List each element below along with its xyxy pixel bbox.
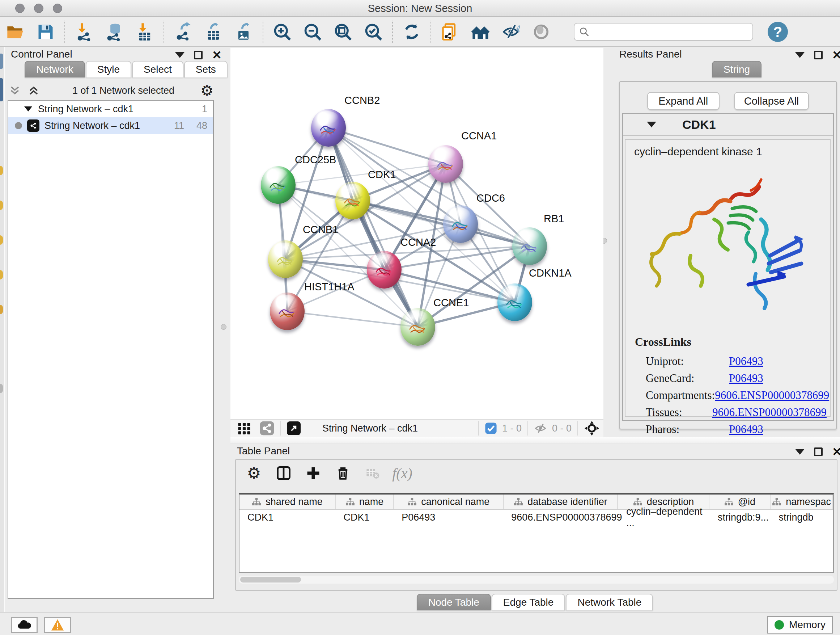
network-node-cdc6[interactable] <box>443 205 478 243</box>
birdseye-grid-icon[interactable] <box>237 421 251 435</box>
pan-crosshair-icon[interactable] <box>584 420 600 436</box>
export-image-button[interactable] <box>233 21 254 42</box>
crosslink-link[interactable]: P06493 <box>729 355 763 368</box>
tab-string[interactable]: String <box>712 61 761 78</box>
network-node-cdkn1a[interactable] <box>497 283 532 321</box>
column-header-database-identifier[interactable]: database identifier <box>504 494 618 509</box>
tree-expand-icon[interactable] <box>24 106 32 111</box>
network-node-ccnb1[interactable] <box>268 241 303 278</box>
tab-edge-table[interactable]: Edge Table <box>492 594 565 610</box>
table-gear-icon[interactable]: ⚙ <box>246 465 262 481</box>
string-home-button[interactable] <box>470 21 491 42</box>
network-canvas[interactable]: CCNB2CCNA1CDC25BCDK1CDC6RB1CCNB1CCNA2CDK… <box>231 48 603 419</box>
column-header-namespac[interactable]: namespac <box>771 494 833 509</box>
table-horizontal-scrollbar[interactable] <box>239 576 834 584</box>
network-node-cdc25b[interactable] <box>261 166 295 204</box>
float-panel-icon[interactable] <box>194 51 202 59</box>
section-collapse-icon[interactable] <box>647 122 656 127</box>
tab-select[interactable]: Select <box>132 61 183 78</box>
import-network-from-database-button[interactable] <box>104 21 125 42</box>
close-panel-icon[interactable]: ✕ <box>832 448 840 456</box>
export-table-button[interactable] <box>203 21 224 42</box>
network-row[interactable]: String Network – cdk1 11 48 <box>8 117 213 134</box>
crosslink-link[interactable]: P06493 <box>729 423 763 436</box>
column-header-shared-name[interactable]: shared name <box>240 494 336 509</box>
zoom-out-button[interactable] <box>302 21 323 42</box>
tab-node-table[interactable]: Node Table <box>417 594 491 610</box>
import-network-button[interactable] <box>73 21 95 42</box>
table-panel-body: ⚙ f(x) shared namenamecanonical namedata… <box>235 459 837 591</box>
column-header-canonical-name[interactable]: canonical name <box>394 494 504 509</box>
network-view-title: String Network – cdk1 <box>322 423 418 434</box>
float-panel-icon[interactable] <box>814 51 823 59</box>
crosslink-link[interactable]: 9606.ENSP00000378699 <box>712 406 827 419</box>
add-column-icon[interactable] <box>305 465 321 481</box>
show-columns-icon[interactable] <box>276 465 292 481</box>
expand-all-button[interactable]: Expand All <box>647 92 720 110</box>
network-node-cdk1[interactable] <box>335 182 370 219</box>
gear-icon[interactable]: ⚙ <box>201 83 213 98</box>
tab-style[interactable]: Style <box>86 61 131 78</box>
memory-button[interactable]: Memory <box>767 616 833 633</box>
column-header--id[interactable]: @id <box>709 494 771 509</box>
crosslink-link[interactable]: P06493 <box>729 372 763 385</box>
open-in-browser-badge[interactable] <box>287 421 301 435</box>
close-panel-icon[interactable]: ✕ <box>212 51 222 59</box>
network-node-ccna2[interactable] <box>367 251 401 288</box>
export-network-button[interactable] <box>172 21 194 42</box>
tab-network-table[interactable]: Network Table <box>566 594 653 610</box>
network-collection-row[interactable]: String Network – cdk1 1 <box>8 101 213 117</box>
table-row[interactable]: CDK1CDK1P064939606.ENSP00000378699cyclin… <box>240 510 833 525</box>
panel-menu-icon[interactable] <box>175 52 185 58</box>
expand-all-icon[interactable] <box>27 84 40 97</box>
scrollbar-thumb[interactable] <box>240 577 301 583</box>
network-node-ccna1[interactable] <box>428 145 463 183</box>
network-node-hist1h1a[interactable] <box>270 293 305 330</box>
network-node-ccnb2[interactable] <box>311 109 346 147</box>
node-label-ccna1: CCNA1 <box>461 130 497 142</box>
network-view-toolbar: String Network – cdk1 1 - 0 0 - 0 <box>231 419 603 437</box>
enhanced-graphics-button[interactable] <box>500 21 521 42</box>
cloud-status-button[interactable] <box>11 617 38 633</box>
panel-menu-icon[interactable] <box>795 449 805 455</box>
delete-column-icon[interactable] <box>335 465 351 481</box>
gene-section-header[interactable]: CDK1 <box>623 114 833 136</box>
horizontal-splitter[interactable] <box>231 437 840 444</box>
refresh-button[interactable] <box>401 21 422 42</box>
warning-status-button[interactable] <box>44 617 71 633</box>
node-structure-image <box>448 214 472 237</box>
table-cell: CDK1 <box>240 510 336 525</box>
toolbar-separator <box>280 421 281 435</box>
crosslinks-heading: CrossLinks <box>635 335 691 348</box>
collapse-all-icon[interactable] <box>9 84 21 97</box>
zoom-in-button[interactable] <box>272 21 293 42</box>
zoom-selected-button[interactable] <box>363 21 384 42</box>
network-node-ccne1[interactable] <box>401 308 435 346</box>
search-input[interactable] <box>590 25 752 39</box>
results-panel-title: Results Panel <box>619 49 682 60</box>
clone-network-button[interactable] <box>439 21 461 42</box>
save-session-button[interactable] <box>35 21 56 42</box>
edge-CCNB2-CCNE1[interactable] <box>328 128 418 327</box>
import-table-button[interactable] <box>134 21 155 42</box>
help-button[interactable]: ? <box>767 22 788 42</box>
vertical-splitter-handle[interactable] <box>221 324 226 330</box>
edge-HIST1H1A-CCNE1[interactable] <box>287 311 418 327</box>
tab-network[interactable]: Network <box>25 61 85 78</box>
open-session-button[interactable] <box>5 21 26 42</box>
panel-menu-icon[interactable] <box>795 52 805 58</box>
node-structure-image <box>340 191 364 213</box>
tab-sets[interactable]: Sets <box>184 61 227 78</box>
column-header-name[interactable]: name <box>336 494 394 509</box>
crosslink-link[interactable]: 9606.ENSP00000378699 <box>715 389 829 402</box>
share-view-icon[interactable] <box>259 421 275 436</box>
zoom-fit-button[interactable] <box>332 21 354 42</box>
network-node-rb1[interactable] <box>512 227 547 265</box>
crosslink-row: Tissues:9606.ENSP00000378699 <box>646 404 827 421</box>
column-tree-icon <box>346 497 355 506</box>
show-graphics-details-button[interactable] <box>531 21 552 42</box>
edge-CCNB2-CCNA1[interactable] <box>328 128 446 164</box>
collapse-all-button[interactable]: Collapse All <box>734 92 809 110</box>
close-panel-icon[interactable]: ✕ <box>832 51 840 59</box>
float-panel-icon[interactable] <box>814 448 823 456</box>
